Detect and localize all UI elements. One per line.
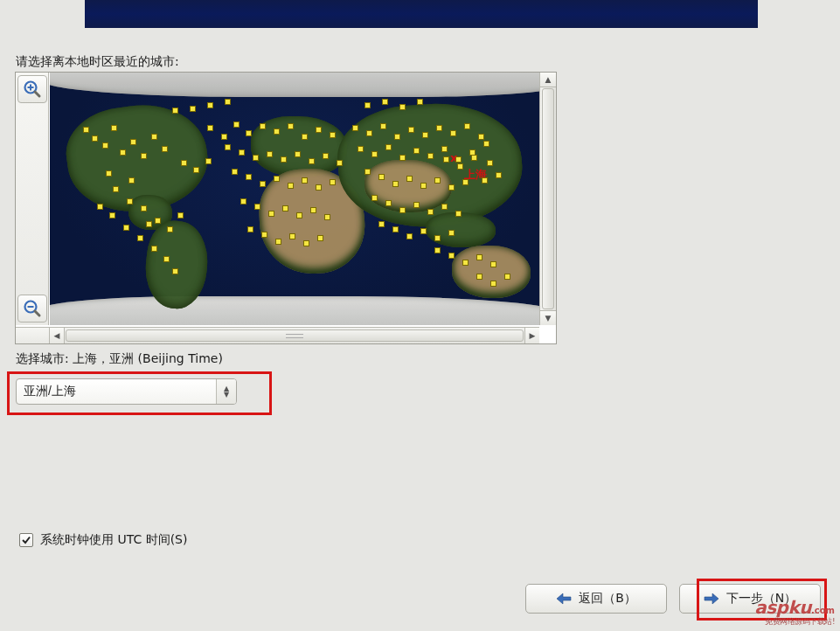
city-dot[interactable] <box>109 212 115 218</box>
city-dot[interactable] <box>330 132 336 138</box>
city-dot[interactable] <box>413 148 420 154</box>
city-dot[interactable] <box>274 176 280 182</box>
city-dot[interactable] <box>399 104 406 110</box>
city-dot[interactable] <box>448 184 455 191</box>
city-dot[interactable] <box>358 146 364 152</box>
city-dot[interactable] <box>434 177 441 184</box>
city-dot[interactable] <box>207 102 213 108</box>
world-map-canvas[interactable]: x 上海 <box>50 73 539 325</box>
scroll-right-button[interactable]: ▶ <box>524 328 539 343</box>
city-dot[interactable] <box>392 181 399 187</box>
city-dot[interactable] <box>323 153 329 159</box>
city-dot[interactable] <box>225 144 231 150</box>
city-dot[interactable] <box>366 130 372 136</box>
city-dot[interactable] <box>487 160 493 166</box>
city-dot[interactable] <box>111 125 117 131</box>
city-dot[interactable] <box>275 239 281 245</box>
city-dot[interactable] <box>478 134 484 140</box>
city-dot[interactable] <box>483 141 489 147</box>
timezone-combobox[interactable]: ▲ ▼ <box>16 378 237 405</box>
map-horizontal-scrollbar[interactable]: ◀ ▶ <box>50 327 539 343</box>
city-dot[interactable] <box>490 261 496 267</box>
city-dot[interactable] <box>380 123 386 129</box>
city-dot[interactable] <box>476 274 482 280</box>
city-dot[interactable] <box>316 127 322 133</box>
city-dot[interactable] <box>123 225 129 231</box>
city-dot[interactable] <box>172 107 178 114</box>
zoom-out-button[interactable] <box>17 295 47 322</box>
city-dot[interactable] <box>364 102 371 108</box>
vertical-scroll-thumb[interactable] <box>542 88 554 309</box>
city-dot[interactable] <box>288 123 294 129</box>
map-vertical-scrollbar[interactable]: ▲ ▼ <box>539 73 556 325</box>
city-dot[interactable] <box>352 125 358 131</box>
city-dot[interactable] <box>436 125 442 131</box>
city-dot[interactable] <box>282 205 288 211</box>
city-dot[interactable] <box>260 181 266 187</box>
city-dot[interactable] <box>450 130 456 136</box>
city-dot[interactable] <box>130 139 136 145</box>
city-dot[interactable] <box>364 169 371 175</box>
city-dot[interactable] <box>455 156 462 163</box>
city-dot[interactable] <box>420 228 427 234</box>
city-dot[interactable] <box>406 233 413 239</box>
city-dot[interactable] <box>399 155 406 161</box>
city-dot[interactable] <box>281 156 287 163</box>
city-dot[interactable] <box>324 214 330 220</box>
city-dot[interactable] <box>97 204 103 210</box>
city-dot[interactable] <box>443 156 449 163</box>
city-dot[interactable] <box>427 153 434 159</box>
city-dot[interactable] <box>120 149 126 156</box>
horizontal-scroll-thumb[interactable] <box>66 329 524 342</box>
city-dot[interactable] <box>317 235 323 241</box>
combobox-stepper[interactable]: ▲ ▼ <box>216 379 236 404</box>
city-dot[interactable] <box>151 246 157 252</box>
city-dot[interactable] <box>417 99 423 105</box>
city-dot[interactable] <box>83 127 89 133</box>
city-dot[interactable] <box>92 135 98 142</box>
city-dot[interactable] <box>476 254 482 260</box>
city-dot[interactable] <box>406 176 413 182</box>
city-dot[interactable] <box>127 198 133 205</box>
city-dot[interactable] <box>167 226 173 232</box>
city-dot[interactable] <box>246 130 252 136</box>
timezone-input[interactable] <box>17 385 216 399</box>
city-dot[interactable] <box>337 160 343 166</box>
city-dot[interactable] <box>260 123 266 129</box>
city-dot[interactable] <box>172 268 178 274</box>
city-dot[interactable] <box>462 179 469 185</box>
city-dot[interactable] <box>288 183 294 189</box>
city-dot[interactable] <box>471 155 477 161</box>
city-dot[interactable] <box>441 146 448 152</box>
city-dot[interactable] <box>261 232 267 238</box>
city-dot[interactable] <box>239 149 245 156</box>
city-dot[interactable] <box>482 177 488 184</box>
city-dot[interactable] <box>190 106 196 112</box>
city-dot[interactable] <box>295 151 301 157</box>
city-dot[interactable] <box>267 151 273 157</box>
back-button[interactable]: 返回（B） <box>525 584 667 614</box>
city-dot[interactable] <box>163 256 170 262</box>
city-dot[interactable] <box>162 146 168 152</box>
city-dot[interactable] <box>462 260 469 266</box>
city-dot[interactable] <box>268 211 274 217</box>
city-dot[interactable] <box>434 235 441 241</box>
city-dot[interactable] <box>408 127 414 133</box>
city-dot[interactable] <box>371 151 378 157</box>
city-dot[interactable] <box>128 177 135 184</box>
city-dot[interactable] <box>289 233 295 239</box>
city-dot[interactable] <box>330 179 336 185</box>
city-dot[interactable] <box>151 134 157 140</box>
city-dot[interactable] <box>385 200 392 206</box>
city-dot[interactable] <box>399 207 406 213</box>
city-dot[interactable] <box>385 144 392 150</box>
city-dot[interactable] <box>434 247 441 253</box>
city-dot[interactable] <box>441 204 448 210</box>
city-dot[interactable] <box>496 172 502 178</box>
city-dot[interactable] <box>106 170 112 177</box>
city-dot[interactable] <box>141 205 147 211</box>
city-dot[interactable] <box>457 163 463 170</box>
city-dot[interactable] <box>464 123 470 129</box>
city-dot[interactable] <box>181 160 187 166</box>
city-dot[interactable] <box>309 158 315 164</box>
